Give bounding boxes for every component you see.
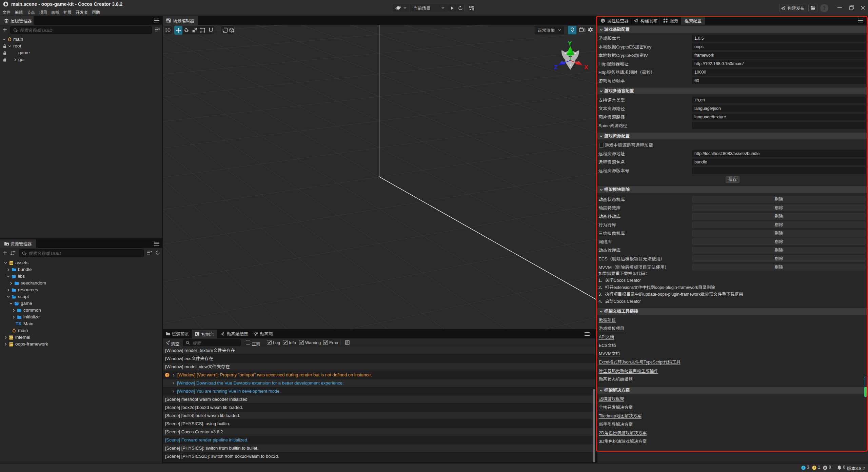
svg-text:Z: Z <box>554 64 557 71</box>
svg-text:i: i <box>803 466 804 470</box>
svg-text:Y: Y <box>568 40 572 47</box>
svg-text:X: X <box>584 64 588 71</box>
